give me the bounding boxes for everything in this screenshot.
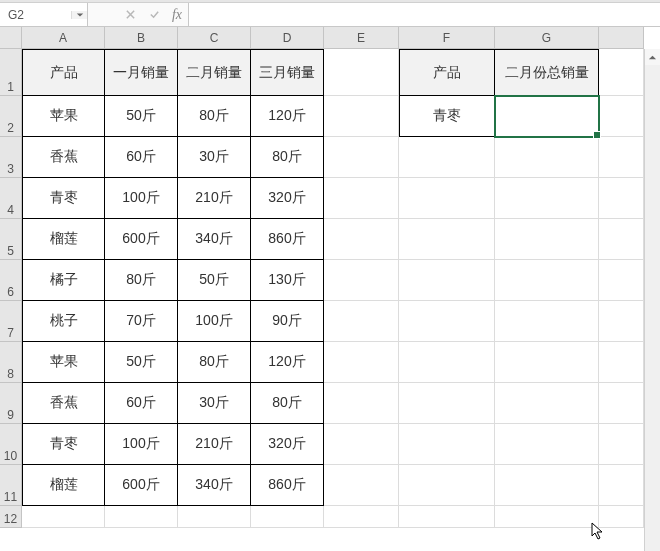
left-table-cell[interactable]: 210斤 xyxy=(178,424,251,465)
cell[interactable] xyxy=(495,383,599,424)
column-header[interactable]: F xyxy=(399,27,495,49)
cell[interactable] xyxy=(105,506,178,528)
cell[interactable] xyxy=(399,383,495,424)
worksheet[interactable]: ABCDEFG1产品一月销量二月销量三月销量产品二月份总销量2苹果50斤80斤1… xyxy=(0,27,660,551)
left-table-cell[interactable]: 100斤 xyxy=(105,178,178,219)
left-table-cell[interactable]: 80斤 xyxy=(178,342,251,383)
select-all-corner[interactable] xyxy=(0,27,22,49)
cell[interactable] xyxy=(495,219,599,260)
cell[interactable] xyxy=(22,506,105,528)
cell[interactable] xyxy=(599,506,644,528)
left-table-cell[interactable]: 60斤 xyxy=(105,383,178,424)
column-header[interactable]: A xyxy=(22,27,105,49)
column-header[interactable]: B xyxy=(105,27,178,49)
cell[interactable] xyxy=(495,465,599,506)
left-table-header[interactable]: 三月销量 xyxy=(251,49,324,96)
left-table-cell[interactable]: 苹果 xyxy=(22,96,105,137)
left-table-cell[interactable]: 340斤 xyxy=(178,465,251,506)
left-table-cell[interactable]: 600斤 xyxy=(105,219,178,260)
row-header[interactable]: 9 xyxy=(0,383,22,424)
fx-label[interactable]: fx xyxy=(166,7,188,23)
row-header[interactable]: 7 xyxy=(0,301,22,342)
row-header[interactable]: 2 xyxy=(0,96,22,137)
cell[interactable] xyxy=(495,301,599,342)
cell[interactable] xyxy=(324,260,399,301)
left-table-cell[interactable]: 香蕉 xyxy=(22,137,105,178)
cell[interactable] xyxy=(399,342,495,383)
cell[interactable] xyxy=(399,424,495,465)
left-table-cell[interactable]: 90斤 xyxy=(251,301,324,342)
cell[interactable] xyxy=(399,506,495,528)
cell[interactable] xyxy=(324,342,399,383)
row-header[interactable]: 6 xyxy=(0,260,22,301)
left-table-cell[interactable]: 30斤 xyxy=(178,383,251,424)
left-table-cell[interactable]: 100斤 xyxy=(178,301,251,342)
left-table-cell[interactable]: 80斤 xyxy=(178,96,251,137)
column-header[interactable]: E xyxy=(324,27,399,49)
cell[interactable] xyxy=(495,506,599,528)
left-table-cell[interactable]: 130斤 xyxy=(251,260,324,301)
cell[interactable] xyxy=(324,137,399,178)
left-table-cell[interactable]: 青枣 xyxy=(22,424,105,465)
cell[interactable] xyxy=(324,301,399,342)
column-header[interactable]: C xyxy=(178,27,251,49)
cell[interactable] xyxy=(599,424,644,465)
cell[interactable] xyxy=(399,137,495,178)
row-header[interactable]: 3 xyxy=(0,137,22,178)
cell[interactable] xyxy=(495,424,599,465)
left-table-cell[interactable]: 桃子 xyxy=(22,301,105,342)
cell[interactable] xyxy=(599,260,644,301)
left-table-cell[interactable]: 80斤 xyxy=(251,137,324,178)
cell[interactable] xyxy=(599,49,644,96)
selected-cell[interactable] xyxy=(495,96,599,137)
cell[interactable] xyxy=(495,137,599,178)
left-table-cell[interactable]: 榴莲 xyxy=(22,219,105,260)
cell[interactable] xyxy=(495,260,599,301)
cell[interactable] xyxy=(599,96,644,137)
left-table-cell[interactable]: 香蕉 xyxy=(22,383,105,424)
column-header[interactable]: D xyxy=(251,27,324,49)
formula-input[interactable] xyxy=(189,3,660,26)
left-table-cell[interactable]: 橘子 xyxy=(22,260,105,301)
name-box[interactable]: G2 xyxy=(0,3,88,26)
row-header[interactable]: 12 xyxy=(0,506,22,528)
row-header[interactable]: 11 xyxy=(0,465,22,506)
left-table-cell[interactable]: 320斤 xyxy=(251,178,324,219)
row-header[interactable]: 10 xyxy=(0,424,22,465)
scroll-up-button[interactable] xyxy=(645,49,660,65)
cell[interactable] xyxy=(399,301,495,342)
left-table-cell[interactable]: 青枣 xyxy=(22,178,105,219)
left-table-cell[interactable]: 860斤 xyxy=(251,219,324,260)
column-header[interactable] xyxy=(599,27,644,49)
column-header[interactable]: G xyxy=(495,27,599,49)
left-table-cell[interactable]: 120斤 xyxy=(251,96,324,137)
cell[interactable] xyxy=(324,96,399,137)
row-header[interactable]: 8 xyxy=(0,342,22,383)
left-table-cell[interactable]: 210斤 xyxy=(178,178,251,219)
name-box-dropdown[interactable] xyxy=(71,11,87,19)
row-header[interactable]: 5 xyxy=(0,219,22,260)
cell[interactable] xyxy=(178,506,251,528)
left-table-cell[interactable]: 860斤 xyxy=(251,465,324,506)
left-table-cell[interactable]: 600斤 xyxy=(105,465,178,506)
left-table-cell[interactable]: 100斤 xyxy=(105,424,178,465)
left-table-cell[interactable]: 340斤 xyxy=(178,219,251,260)
cell[interactable] xyxy=(599,219,644,260)
cell[interactable] xyxy=(599,137,644,178)
cell[interactable] xyxy=(599,383,644,424)
cell[interactable] xyxy=(599,178,644,219)
cell[interactable] xyxy=(324,219,399,260)
left-table-cell[interactable]: 80斤 xyxy=(251,383,324,424)
cell[interactable] xyxy=(399,178,495,219)
row-header[interactable]: 4 xyxy=(0,178,22,219)
left-table-cell[interactable]: 榴莲 xyxy=(22,465,105,506)
cell[interactable] xyxy=(251,506,324,528)
left-table-cell[interactable]: 80斤 xyxy=(105,260,178,301)
left-table-cell[interactable]: 30斤 xyxy=(178,137,251,178)
left-table-header[interactable]: 产品 xyxy=(22,49,105,96)
cell[interactable] xyxy=(324,383,399,424)
left-table-cell[interactable]: 苹果 xyxy=(22,342,105,383)
cell[interactable] xyxy=(399,260,495,301)
left-table-cell[interactable]: 50斤 xyxy=(178,260,251,301)
cell[interactable] xyxy=(399,219,495,260)
